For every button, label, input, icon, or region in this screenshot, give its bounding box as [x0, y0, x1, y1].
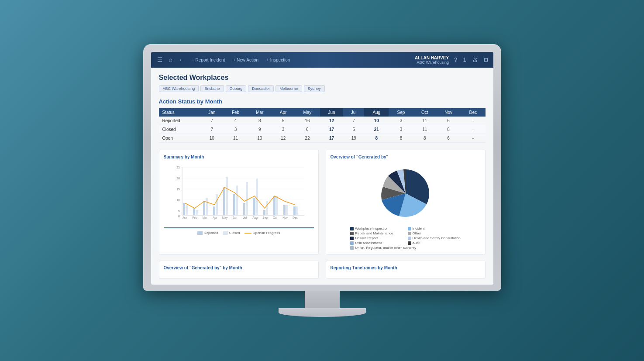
cell-jul: 7 [343, 117, 364, 125]
legend-closed-label: Closed [229, 231, 240, 235]
cell-jan: 7 [200, 117, 224, 125]
svg-rect-13 [183, 203, 185, 215]
legend-reported: Reported [197, 231, 218, 235]
cell-jan: 10 [200, 134, 224, 143]
tag-doncaster: Doncaster [248, 85, 274, 92]
cell-jul: 5 [343, 125, 364, 134]
col-sep: Sep [389, 108, 413, 117]
print-icon[interactable]: 🖨 [472, 56, 479, 64]
svg-text:Jun: Jun [232, 216, 237, 219]
cell-status-open: Open [159, 134, 200, 143]
pie-chart-panel: Overview of "Generated by" [326, 150, 486, 254]
charts-row: Summary by Month 25 2 [159, 150, 486, 254]
notification-icon[interactable]: 1 [462, 56, 467, 64]
col-status: Status [159, 108, 200, 117]
svg-rect-25 [243, 203, 245, 215]
svg-rect-30 [266, 201, 268, 215]
svg-text:May: May [222, 216, 227, 220]
col-jan: Jan [200, 108, 224, 117]
svg-rect-14 [186, 205, 188, 215]
bottom-left-title: Overview of "Generated by" by Month [164, 265, 314, 270]
cell-apr: 12 [272, 134, 294, 143]
monitor-stand-neck [305, 291, 340, 308]
table-section-title: Action Status by Month [159, 98, 486, 105]
cell-oct: 11 [413, 117, 436, 125]
svg-rect-19 [213, 206, 215, 215]
svg-rect-22 [226, 177, 228, 215]
pie-chart-svg [375, 163, 436, 224]
pie-legend-audit: Audit [408, 241, 461, 245]
pie-dot-incident [408, 227, 411, 230]
cell-dec: - [461, 134, 485, 143]
cell-sep: 3 [389, 125, 413, 134]
inspection-button[interactable]: + Inspection [264, 57, 293, 63]
page-title: Selected Workplaces [159, 74, 486, 82]
svg-rect-35 [293, 206, 296, 215]
tag-abc: ABC Warehousing [159, 85, 199, 92]
workplace-tags: ABC Warehousing Brisbane Coburg Doncaste… [159, 85, 486, 92]
col-jul: Jul [343, 108, 364, 117]
user-company: ABC Warehousing [415, 60, 449, 65]
svg-rect-32 [276, 196, 278, 215]
col-oct: Oct [413, 108, 436, 117]
svg-rect-20 [216, 194, 218, 215]
legend-reported-label: Reported [204, 231, 218, 235]
cell-aug: 8 [364, 134, 389, 143]
svg-rect-23 [233, 194, 235, 215]
back-icon[interactable]: ← [177, 55, 186, 64]
tag-sydney: Sydney [304, 85, 325, 92]
bottom-right-panel: Reporting Timeframes by Month [326, 261, 486, 278]
legend-closed: Closed [223, 231, 240, 235]
new-action-button[interactable]: + New Action [230, 57, 261, 63]
menu-icon[interactable]: ☰ [155, 55, 165, 64]
cell-nov: 8 [436, 125, 461, 134]
svg-text:Apr: Apr [212, 216, 217, 220]
svg-text:Jan: Jan [182, 216, 187, 219]
pie-dot-audit [408, 241, 411, 245]
app-header: ☰ ⌂ ← + Report Incident + New Action + I… [151, 52, 493, 68]
cell-mar: 10 [248, 134, 272, 143]
cell-jun: 17 [320, 134, 343, 143]
help-icon[interactable]: ? [453, 56, 458, 64]
cell-nov: 6 [436, 117, 461, 125]
svg-rect-29 [263, 210, 265, 215]
report-incident-button[interactable]: + Report Incident [189, 57, 227, 63]
summary-chart-title: Summary by Month [164, 155, 314, 159]
cell-may: 16 [295, 117, 320, 125]
header-right: ALLAN HARVEY ABC Warehousing ? 1 🖨 ⊡ [415, 55, 489, 65]
col-dec: Dec [461, 108, 485, 117]
pie-label-audit: Audit [413, 241, 420, 245]
cell-jan: 7 [200, 125, 224, 134]
table-row: Reported 7 4 8 5 16 12 7 10 3 11 6 [159, 117, 486, 125]
svg-text:Sep: Sep [262, 216, 268, 220]
screen: ☰ ⌂ ← + Report Incident + New Action + I… [151, 52, 493, 285]
pie-dot-hazard [350, 237, 354, 240]
pie-legend-health: Health and Safety Consultation [408, 236, 461, 240]
legend-reported-icon [197, 231, 203, 235]
pie-legend-other: Other [408, 231, 461, 235]
svg-text:0: 0 [178, 215, 180, 218]
cell-may: 22 [295, 134, 320, 143]
expand-icon[interactable]: ⊡ [483, 56, 489, 64]
svg-text:Aug: Aug [252, 216, 258, 220]
chart-divider [164, 227, 314, 228]
svg-text:20: 20 [176, 177, 180, 180]
svg-rect-33 [283, 205, 286, 215]
home-icon[interactable]: ⌂ [167, 55, 174, 64]
pie-label-workplace: Workplace Inspection [355, 227, 388, 230]
svg-text:Feb: Feb [192, 216, 197, 219]
cell-oct: 8 [413, 134, 436, 143]
legend-open: Open/In Progress [245, 231, 280, 235]
legend-open-icon [245, 233, 251, 234]
cell-dec: - [461, 117, 485, 125]
cell-mar: 9 [248, 125, 272, 134]
svg-rect-36 [296, 206, 298, 215]
table-row: Closed 7 3 9 3 6 17 5 21 3 11 8 [159, 125, 486, 134]
pie-legend-hazard: Hazard Report [350, 236, 403, 240]
user-name: ALLAN HARVEY [415, 55, 449, 60]
pie-legend-union: Union, Regulator, and/or other authority [350, 246, 461, 250]
col-feb: Feb [224, 108, 248, 117]
pie-legend-workplace: Workplace Inspection [350, 227, 403, 230]
svg-text:Oct: Oct [272, 216, 277, 219]
monitor-stand-base [279, 308, 366, 317]
